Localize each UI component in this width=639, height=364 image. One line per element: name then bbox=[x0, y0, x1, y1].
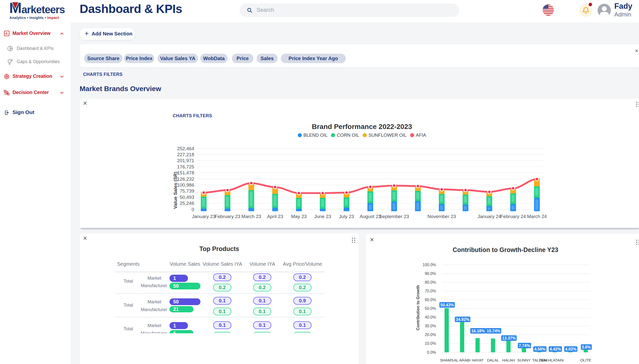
svg-text:25,246: 25,246 bbox=[180, 200, 194, 206]
svg-text:151,478: 151,478 bbox=[177, 170, 194, 176]
svg-text:3.6%: 3.6% bbox=[581, 345, 590, 349]
svg-text:AL ARABI: AL ARABI bbox=[454, 358, 470, 362]
svg-text:0: 0 bbox=[192, 207, 194, 212]
svg-text:March 23: March 23 bbox=[241, 214, 261, 219]
svg-text:May 23: May 23 bbox=[291, 214, 307, 219]
svg-text:April 23: April 23 bbox=[267, 214, 283, 219]
svg-text:June 23: June 23 bbox=[314, 214, 331, 219]
svg-text:February 24: February 24 bbox=[500, 214, 526, 219]
svg-text:100,986: 100,986 bbox=[177, 182, 194, 188]
svg-text:HALAH: HALAH bbox=[502, 358, 515, 362]
svg-text:252,464: 252,464 bbox=[177, 146, 194, 151]
svg-text:75,739: 75,739 bbox=[180, 188, 194, 194]
svg-text:34.92%: 34.92% bbox=[456, 317, 469, 322]
svg-text:HAYAT: HAYAT bbox=[472, 358, 484, 362]
svg-text:70.0%: 70.0% bbox=[425, 289, 436, 293]
svg-text:SHAMS: SHAMS bbox=[440, 358, 453, 362]
svg-text:100.0%: 100.0% bbox=[423, 263, 436, 267]
svg-text:90.0%: 90.0% bbox=[425, 272, 436, 276]
svg-text:15.74%: 15.74% bbox=[487, 329, 500, 333]
svg-text:20.0%: 20.0% bbox=[425, 332, 436, 337]
svg-text:50.0%: 50.0% bbox=[425, 306, 436, 310]
svg-text:September 23: September 23 bbox=[379, 214, 409, 219]
svg-text:November 23: November 23 bbox=[428, 214, 456, 219]
svg-text:80.0%: 80.0% bbox=[425, 280, 436, 284]
svg-text:DALAL: DALAL bbox=[487, 358, 499, 362]
svg-text:201,971: 201,971 bbox=[177, 158, 194, 163]
svg-text:NAKHLATAIN: NAKHLATAIN bbox=[540, 358, 563, 362]
svg-text:176,725: 176,725 bbox=[177, 164, 194, 170]
svg-text:40.0%: 40.0% bbox=[425, 315, 436, 319]
svg-text:10.0%: 10.0% bbox=[425, 341, 436, 346]
svg-text:July 23: July 23 bbox=[339, 214, 354, 219]
svg-text:126,232: 126,232 bbox=[177, 176, 194, 182]
svg-text:OLITE: OLITE bbox=[580, 358, 591, 362]
svg-text:60.0%: 60.0% bbox=[425, 298, 436, 302]
svg-text:January 23: January 23 bbox=[192, 214, 215, 219]
svg-text:4.02%: 4.02% bbox=[565, 347, 576, 351]
svg-text:16.18%: 16.18% bbox=[471, 329, 485, 333]
svg-text:227,218: 227,218 bbox=[177, 152, 194, 157]
svg-text:January 24: January 24 bbox=[477, 214, 501, 219]
svg-text:August 23: August 23 bbox=[360, 214, 381, 219]
svg-text:March 24: March 24 bbox=[527, 214, 547, 219]
svg-text:SUNNY: SUNNY bbox=[517, 358, 530, 362]
svg-text:0.0%: 0.0% bbox=[427, 350, 436, 354]
svg-text:4.56%: 4.56% bbox=[534, 347, 545, 351]
svg-text:50,493: 50,493 bbox=[180, 194, 194, 200]
svg-text:7.74%: 7.74% bbox=[519, 344, 530, 348]
svg-text:February 23: February 23 bbox=[215, 214, 240, 219]
svg-text:4.42%: 4.42% bbox=[550, 347, 561, 351]
svg-text:13.37%: 13.37% bbox=[502, 336, 516, 340]
svg-text:50.43%: 50.43% bbox=[440, 303, 454, 307]
svg-text:30.0%: 30.0% bbox=[425, 324, 436, 328]
